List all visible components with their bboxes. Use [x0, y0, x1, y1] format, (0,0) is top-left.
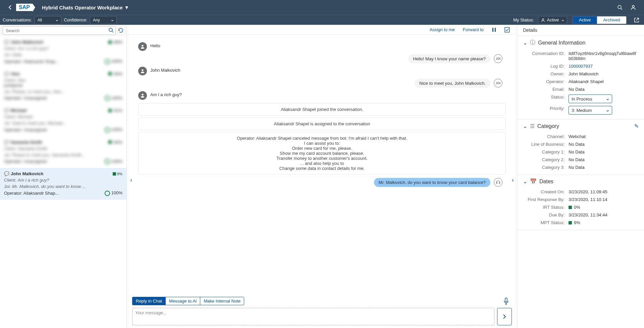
svg-rect-8	[505, 27, 509, 32]
tab-message-ai[interactable]: Message to AI	[166, 297, 200, 305]
assign-to-me-link[interactable]: Assign to me	[430, 27, 455, 32]
label-status: Status:	[525, 94, 569, 103]
chat-bullet-icon: 💬	[4, 171, 9, 176]
conv-name: John Malkovich	[11, 171, 111, 176]
value-irt: 0%	[569, 205, 637, 210]
value-log-id[interactable]: 1000007937	[569, 64, 637, 69]
person-icon	[541, 18, 545, 22]
page-title-text: Hybrid Chats Operator Workplace	[42, 5, 123, 10]
page-title[interactable]: Hybrid Chats Operator Workplace ▾	[42, 4, 128, 10]
value-lob: No Data	[569, 142, 637, 147]
search-icon[interactable]	[613, 5, 627, 10]
chat-messages[interactable]: Hello Hello! May I know your name please…	[129, 35, 515, 297]
chat-panel: Assign to me Forward to › ‹ Hello Hello!…	[129, 25, 515, 328]
message-in: Hello	[150, 42, 160, 48]
svg-point-10	[142, 69, 143, 71]
conv-badge: 9%	[113, 172, 122, 176]
pause-icon[interactable]	[492, 27, 496, 32]
label-conversation-id: Conversation ID:	[525, 51, 569, 61]
svg-rect-6	[492, 28, 493, 32]
external-link-icon[interactable]	[632, 17, 641, 23]
search-input[interactable]	[3, 26, 116, 35]
back-button[interactable]	[4, 5, 16, 10]
details-title: Details	[518, 25, 644, 36]
edit-icon[interactable]: ✎	[634, 123, 639, 129]
chevron-down-icon[interactable]: ⌄	[523, 178, 527, 185]
bot-avatar-icon: JOI	[494, 79, 502, 87]
user-icon[interactable]	[627, 5, 640, 10]
value-conversation-id: ildlf7oyz6htisr1v8g0nsqq7ul6baw8fb03bfdm	[569, 51, 637, 61]
send-button[interactable]	[497, 308, 512, 325]
priority-select[interactable]: 3: Medium	[569, 106, 612, 115]
svg-point-0	[618, 5, 621, 9]
system-message: Aliaksandr Shapel is assigned to the con…	[138, 118, 506, 130]
forward-to-link[interactable]: Forward to	[463, 27, 484, 32]
conversation-sidebar: 💬John Malkovich68% Client: Am I a rich g…	[0, 25, 127, 328]
details-panel: Details ⌄ ⓘ General Information Conversa…	[517, 25, 644, 328]
reply-tabs: Reply in Chat Message to AI Make Interna…	[132, 297, 512, 305]
status-square-icon	[113, 172, 116, 176]
label-channel: Channel:	[525, 134, 569, 139]
list-item: 💬Michael91% Client: Michael Joi: Glad to…	[0, 105, 126, 136]
archive-toggle: Active Archived	[573, 16, 627, 24]
label-cat1: Category 1:	[525, 149, 569, 154]
my-status-select[interactable]: Active	[538, 16, 567, 24]
main-content: 💬John Malkovich68% Client: Am I a rich g…	[0, 25, 644, 328]
section-general: ⌄ ⓘ General Information Conversation ID:…	[518, 36, 644, 120]
confidence-label: Confidence:	[64, 17, 87, 22]
label-log-id: Log ID:	[525, 64, 569, 69]
value-due: 3/23/2020, 11:34:44	[569, 212, 637, 217]
sap-logo: SAP	[16, 4, 33, 11]
value-email: No Data	[569, 87, 637, 92]
svg-rect-7	[495, 28, 496, 32]
filter-toolbar: Conversations: All Confidence: Any My St…	[0, 15, 644, 25]
list-item: 💬Samanta Smith94% Client: Samanta Smith …	[0, 136, 126, 168]
status-select[interactable]: In Process	[569, 94, 612, 103]
confidence-ring-icon	[105, 191, 110, 196]
complete-icon[interactable]	[504, 27, 510, 32]
system-message: Operator: Aliaksandr Shapel canceled mes…	[138, 132, 506, 175]
section-category: ⌄ ☰ Category ✎ Channel:Webchat Line of B…	[518, 120, 644, 175]
confidence-select[interactable]: Any	[90, 16, 117, 24]
chat-actions: Assign to me Forward to	[129, 25, 515, 35]
label-priority: Priority:	[525, 106, 569, 115]
value-cat2: No Data	[569, 157, 637, 162]
details-body[interactable]: ⌄ ⓘ General Information Conversation ID:…	[518, 36, 644, 328]
calendar-icon: 📅	[530, 178, 537, 185]
label-due: Due By:	[525, 212, 569, 217]
conversations-select[interactable]: All	[35, 16, 61, 24]
chevron-down-icon[interactable]: ⌄	[523, 123, 527, 129]
message-in: Am I a rich guy?	[150, 91, 182, 97]
microphone-icon[interactable]	[500, 298, 512, 305]
label-irt: IRT Status:	[525, 205, 569, 210]
section-title: Category	[537, 123, 559, 129]
svg-line-1	[621, 8, 622, 10]
refresh-icon[interactable]	[118, 27, 124, 34]
list-item: 💬John Malkovich68% Client: Am I a rich g…	[0, 36, 126, 68]
svg-rect-12	[505, 298, 507, 302]
tab-active-button[interactable]: Active	[573, 16, 597, 24]
section-title: General Information	[538, 40, 585, 46]
search-input-wrap	[3, 26, 116, 35]
conversation-list[interactable]: 💬John Malkovich68% Client: Am I a rich g…	[0, 36, 126, 328]
tab-archived-button[interactable]: Archived	[597, 16, 627, 24]
message-bot: Nice to meet you, John Malkovich.	[415, 79, 490, 88]
search-submit-icon[interactable]	[108, 27, 114, 33]
value-cat3: No Data	[569, 165, 637, 170]
svg-line-5	[112, 31, 113, 32]
label-created: Created On:	[525, 189, 569, 194]
status-value-text: Active	[547, 17, 559, 22]
message-in: John Malkovich	[150, 67, 180, 73]
chevron-down-icon[interactable]: ⌄	[523, 40, 527, 46]
tab-reply-chat[interactable]: Reply in Chat	[132, 297, 166, 305]
label-first-response: First Response By:	[525, 197, 569, 202]
message-bot: Hello! May I know your name please?	[408, 54, 490, 63]
label-lob: Line of Business:	[525, 142, 569, 147]
status-square-icon	[569, 221, 572, 224]
message-input[interactable]: Your message...	[132, 308, 494, 325]
list-item-selected[interactable]: 💬 John Malkovich 9% Client: Am I a rich …	[0, 168, 126, 200]
section-title: Dates	[539, 179, 553, 185]
svg-point-4	[109, 28, 112, 31]
tab-internal-note[interactable]: Make Internal Note	[200, 297, 244, 305]
svg-point-3	[542, 18, 544, 20]
